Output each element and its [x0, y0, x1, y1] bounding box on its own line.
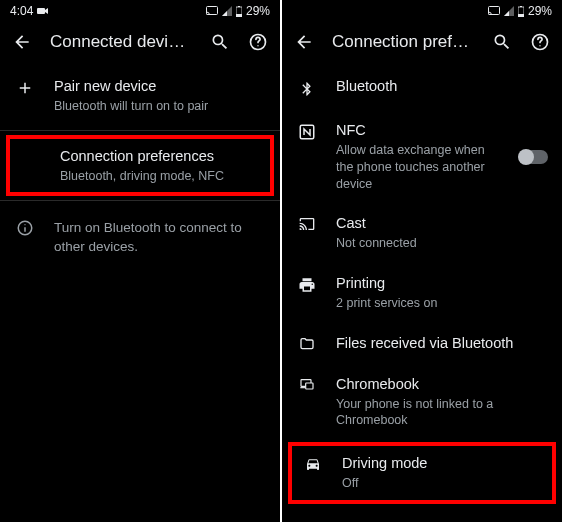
files-title: Files received via Bluetooth [336, 334, 548, 353]
cast-status-icon [488, 6, 500, 16]
svg-rect-0 [37, 8, 45, 14]
nfc-item[interactable]: NFC Allow data exchange when the phone t… [282, 110, 562, 203]
svg-point-9 [24, 224, 25, 225]
divider [0, 200, 280, 201]
search-button[interactable] [492, 32, 512, 52]
pair-title: Pair new device [54, 77, 266, 96]
nfc-sub: Allow data exchange when the phone touch… [336, 142, 502, 193]
cast-status-icon [206, 6, 218, 16]
conn-pref-sub: Bluetooth, driving mode, NFC [60, 168, 260, 185]
chromebook-sub: Your phone is not linked to a Chromebook [336, 396, 548, 430]
pair-new-device[interactable]: Pair new device Bluetooth will turn on t… [0, 66, 280, 126]
chromebook-icon [296, 375, 318, 393]
chromebook-item[interactable]: Chromebook Your phone is not linked to a… [282, 364, 562, 441]
printing-sub: 2 print services on [336, 295, 548, 312]
signal-icon [222, 6, 232, 16]
back-button[interactable] [294, 32, 314, 52]
bluetooth-item[interactable]: Bluetooth [282, 66, 562, 110]
page-title: Connection preferen... [332, 32, 474, 52]
info-bluetooth: Turn on Bluetooth to connect to other de… [0, 205, 280, 267]
printing-title: Printing [336, 274, 548, 293]
status-battery: 29% [246, 4, 270, 18]
conn-pref-title: Connection preferences [60, 147, 260, 166]
nfc-toggle[interactable] [520, 150, 548, 164]
cast-icon [296, 214, 318, 232]
car-icon [302, 454, 324, 472]
printer-icon [296, 274, 318, 294]
cast-item[interactable]: Cast Not connected [282, 203, 562, 263]
svg-rect-1 [206, 7, 217, 15]
status-bar: 4:04 29% [0, 0, 280, 22]
info-icon [14, 217, 36, 237]
svg-rect-18 [306, 383, 313, 389]
help-button[interactable] [248, 32, 268, 52]
info-text: Turn on Bluetooth to connect to other de… [54, 219, 266, 255]
divider [0, 130, 280, 131]
connection-preferences[interactable]: Connection preferences Bluetooth, drivin… [10, 139, 270, 193]
plus-icon [14, 77, 36, 97]
phone-right: 29% Connection preferen... Bluetooth NFC… [282, 0, 562, 522]
help-button[interactable] [530, 32, 550, 52]
page-title: Connected devices [50, 32, 192, 52]
svg-point-6 [257, 45, 258, 46]
phone-left: 4:04 29% Connected devices [0, 0, 280, 522]
printing-item[interactable]: Printing 2 print services on [282, 263, 562, 323]
search-button[interactable] [210, 32, 230, 52]
header: Connection preferen... [282, 22, 562, 66]
signal-icon [504, 6, 514, 16]
status-battery: 29% [528, 4, 552, 18]
cast-sub: Not connected [336, 235, 548, 252]
files-received-item[interactable]: Files received via Bluetooth [282, 323, 562, 364]
battery-icon [236, 6, 242, 17]
nfc-icon [296, 121, 318, 141]
status-time: 4:04 [10, 4, 33, 18]
bluetooth-icon [296, 77, 318, 99]
highlight-driving-mode: Driving mode Off [288, 442, 556, 504]
svg-rect-10 [488, 7, 499, 15]
chromebook-title: Chromebook [336, 375, 548, 394]
nfc-title: NFC [336, 121, 502, 140]
folder-icon [296, 334, 318, 352]
back-button[interactable] [12, 32, 32, 52]
highlight-connection-preferences: Connection preferences Bluetooth, drivin… [6, 135, 274, 197]
camera-icon [37, 7, 49, 15]
pair-sub: Bluetooth will turn on to pair [54, 98, 266, 115]
status-bar: 29% [282, 0, 562, 22]
header: Connected devices [0, 22, 280, 66]
battery-icon [518, 6, 524, 17]
svg-point-15 [539, 45, 540, 46]
bt-title: Bluetooth [336, 77, 548, 96]
driving-title: Driving mode [342, 454, 542, 473]
driving-mode-item[interactable]: Driving mode Off [292, 446, 552, 500]
driving-sub: Off [342, 475, 542, 492]
cast-title: Cast [336, 214, 548, 233]
svg-rect-4 [236, 14, 242, 17]
svg-rect-13 [518, 14, 524, 17]
